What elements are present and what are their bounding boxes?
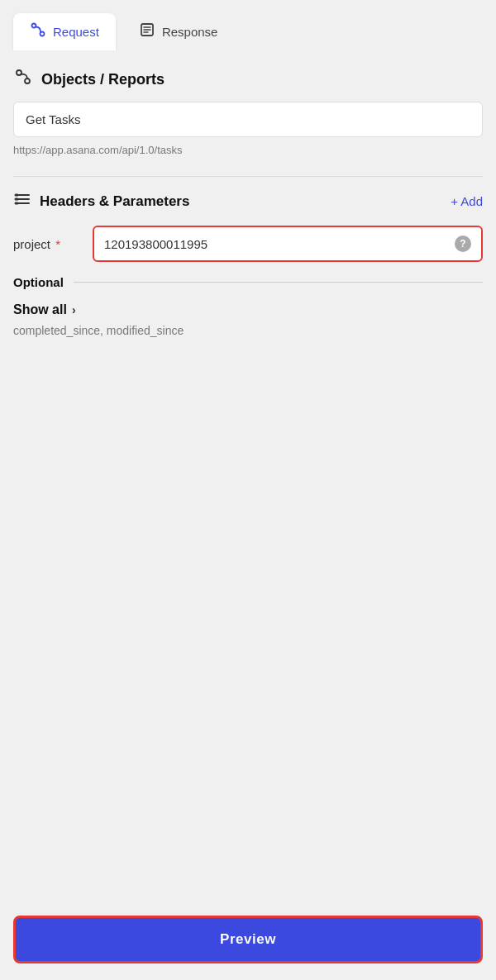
add-param-button[interactable]: + Add bbox=[451, 194, 483, 208]
api-url-display: https://app.asana.com/api/1.0/tasks bbox=[13, 144, 483, 156]
divider-1 bbox=[13, 176, 483, 177]
objects-section-header: Objects / Reports bbox=[13, 67, 483, 92]
response-icon bbox=[139, 21, 155, 42]
svg-point-7 bbox=[25, 78, 30, 83]
tab-request-label: Request bbox=[53, 25, 99, 39]
page-container: Request Response bbox=[0, 0, 496, 980]
optional-params-list: completed_since, modified_since bbox=[13, 324, 483, 337]
params-icon bbox=[13, 190, 31, 212]
tab-bar: Request Response bbox=[0, 0, 496, 50]
endpoint-search-input[interactable] bbox=[13, 102, 483, 137]
params-section-header: Headers & Parameters + Add bbox=[13, 190, 483, 212]
project-param-row: project * 120193800011995 ? bbox=[13, 226, 483, 262]
objects-section-title: Objects / Reports bbox=[41, 71, 165, 88]
show-all-chevron-icon: › bbox=[72, 303, 76, 316]
project-param-input-container[interactable]: 120193800011995 ? bbox=[93, 226, 483, 262]
objects-icon bbox=[13, 67, 33, 92]
tab-response[interactable]: Response bbox=[122, 13, 235, 50]
params-title-group: Headers & Parameters bbox=[13, 190, 189, 212]
param-help-icon[interactable]: ? bbox=[455, 235, 471, 252]
tab-response-label: Response bbox=[162, 25, 218, 39]
request-icon bbox=[30, 21, 46, 42]
project-param-label: project * bbox=[13, 237, 79, 251]
params-section-title: Headers & Parameters bbox=[40, 193, 189, 210]
optional-section-row: Optional bbox=[13, 275, 483, 289]
flex-spacer bbox=[13, 350, 483, 889]
optional-label: Optional bbox=[13, 275, 64, 289]
show-all-row[interactable]: Show all › bbox=[13, 302, 483, 317]
tab-request[interactable]: Request bbox=[13, 13, 116, 50]
project-param-value: 120193800011995 bbox=[104, 237, 450, 251]
show-all-label: Show all bbox=[13, 302, 67, 317]
main-content: Objects / Reports https://app.asana.com/… bbox=[0, 50, 496, 906]
required-star: * bbox=[52, 237, 60, 251]
optional-divider-line bbox=[74, 282, 483, 283]
bottom-bar: Preview bbox=[0, 906, 496, 980]
preview-button[interactable]: Preview bbox=[13, 916, 483, 963]
